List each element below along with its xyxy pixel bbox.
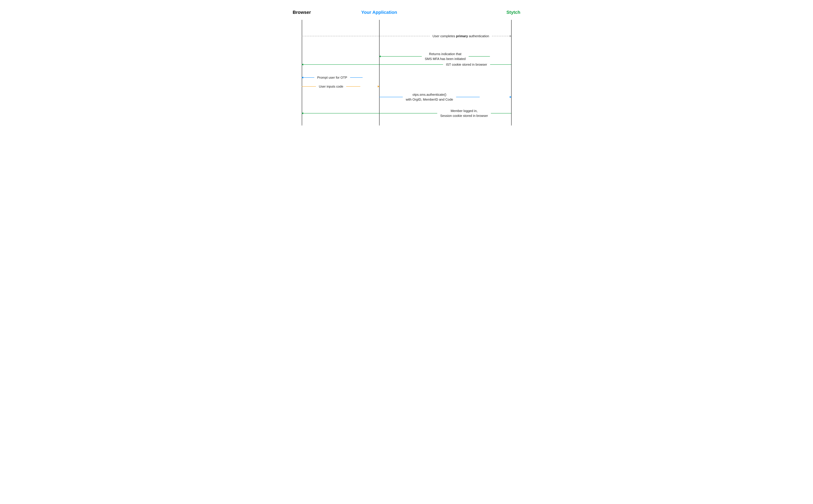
- message-logged-in: Member logged in, Session cookie stored …: [302, 108, 511, 118]
- participant-browser: Browser: [293, 10, 311, 15]
- message-returns-indication: Returns indication that SMS MFA has been…: [379, 52, 511, 61]
- message-label: Returns indication that SMS MFA has been…: [422, 52, 469, 61]
- timeline: User completes primary authentication Re…: [293, 20, 520, 125]
- message-ist-cookie: IST cookie stored in browser: [302, 62, 511, 67]
- participant-stytch: Stytch: [506, 10, 520, 15]
- participant-headers: Browser Your Application Stytch: [293, 10, 520, 15]
- message-label: otps.sms.authenticate() with OrgID, Memb…: [403, 92, 456, 102]
- message-prompt-otp: Prompt user for OTP: [302, 75, 379, 80]
- message-label: Prompt user for OTP: [314, 75, 350, 80]
- sequence-diagram: Browser Your Application Stytch User com…: [293, 10, 520, 125]
- message-label: Member logged in, Session cookie stored …: [437, 108, 491, 118]
- message-primary-auth: User completes primary authentication: [302, 34, 511, 39]
- message-authenticate: otps.sms.authenticate() with OrgID, Memb…: [379, 92, 511, 102]
- message-label: IST cookie stored in browser: [443, 62, 490, 67]
- message-label: User inputs code: [316, 84, 346, 89]
- participant-application: Your Application: [361, 10, 397, 15]
- message-user-inputs: User inputs code: [302, 84, 379, 89]
- message-label: User completes primary authentication: [430, 34, 492, 39]
